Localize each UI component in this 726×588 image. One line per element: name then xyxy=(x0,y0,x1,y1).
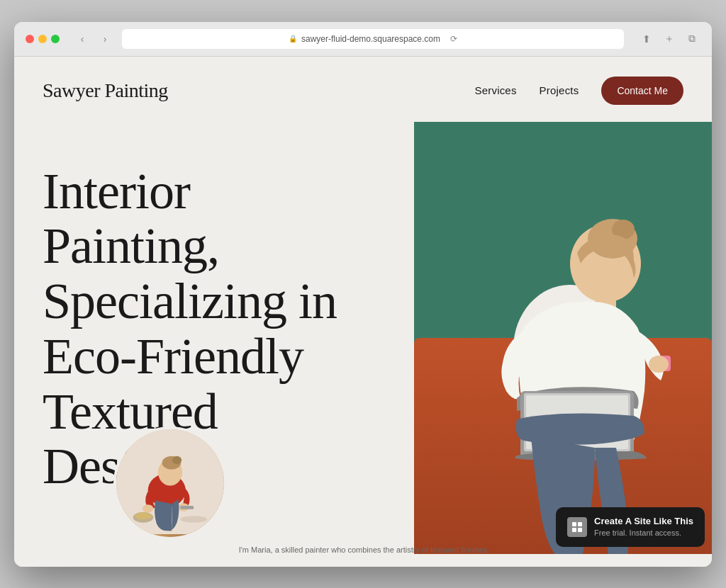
hero-caption: I'm Maria, a skilled painter who combine… xyxy=(239,545,488,554)
traffic-lights xyxy=(26,35,60,43)
browser-window: ‹ › 🔒 sawyer-fluid-demo.squarespace.com … xyxy=(14,22,712,567)
svg-point-15 xyxy=(143,504,153,512)
site-logo[interactable]: Sawyer Painting xyxy=(43,79,168,103)
svg-point-14 xyxy=(172,456,182,463)
projects-nav-link[interactable]: Projects xyxy=(540,84,579,96)
address-bar[interactable]: 🔒 sawyer-fluid-demo.squarespace.com ⟳ xyxy=(122,29,624,49)
tabs-button[interactable]: ⧉ xyxy=(683,30,700,47)
services-nav-link[interactable]: Services xyxy=(474,84,516,96)
browser-nav: ‹ › xyxy=(74,30,113,47)
hero-main-image xyxy=(414,122,712,554)
squarespace-banner-subtitle: Free trial. Instant access. xyxy=(594,528,693,538)
small-circle-image xyxy=(113,426,227,540)
squarespace-banner[interactable]: Create A Site Like This Free trial. Inst… xyxy=(556,507,705,546)
browser-actions: ⬆ ＋ ⧉ xyxy=(638,30,700,47)
squarespace-banner-title: Create A Site Like This xyxy=(594,516,693,528)
svg-rect-24 xyxy=(578,528,582,532)
reload-icon[interactable]: ⟳ xyxy=(450,34,457,44)
hero-section: Interior Painting, Specializing in Eco-F… xyxy=(14,122,712,561)
squarespace-logo xyxy=(567,517,587,537)
new-tab-button[interactable]: ＋ xyxy=(661,30,678,47)
svg-rect-17 xyxy=(180,506,194,509)
svg-rect-21 xyxy=(572,522,576,526)
squarespace-banner-text: Create A Site Like This Free trial. Inst… xyxy=(594,516,693,538)
svg-point-6 xyxy=(649,356,669,373)
close-button[interactable] xyxy=(26,35,34,43)
lock-icon: 🔒 xyxy=(289,35,297,43)
nav-links: Services Projects Contact Me xyxy=(474,77,683,105)
contact-nav-button[interactable]: Contact Me xyxy=(601,77,683,105)
person-illustration xyxy=(414,122,712,554)
painter-illustration xyxy=(116,429,224,537)
minimize-button[interactable] xyxy=(38,35,47,43)
svg-point-18 xyxy=(180,516,207,523)
share-button[interactable]: ⬆ xyxy=(638,30,655,47)
svg-rect-23 xyxy=(572,528,576,532)
browser-chrome: ‹ › 🔒 sawyer-fluid-demo.squarespace.com … xyxy=(14,22,712,57)
website-content: Sawyer Painting Services Projects Contac… xyxy=(14,57,712,567)
forward-button[interactable]: › xyxy=(96,30,113,47)
back-button[interactable]: ‹ xyxy=(74,30,91,47)
site-navigation: Sawyer Painting Services Projects Contac… xyxy=(14,57,712,122)
svg-point-20 xyxy=(135,512,152,519)
svg-rect-22 xyxy=(578,522,582,526)
fullscreen-button[interactable] xyxy=(51,35,60,43)
url-text: sawyer-fluid-demo.squarespace.com xyxy=(301,34,440,44)
